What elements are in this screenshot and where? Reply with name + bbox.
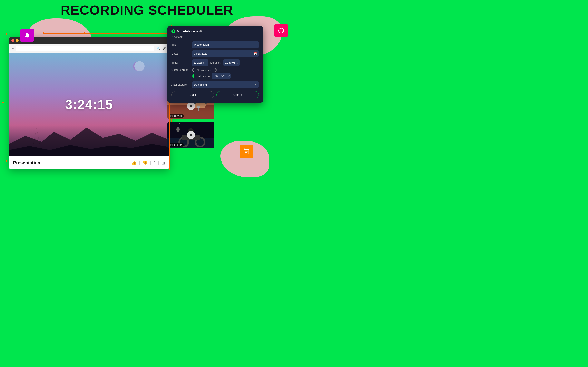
panel-title: Schedule recording [177, 30, 205, 33]
thumbnail-1-duration: 01:24:30 [169, 114, 183, 118]
calendar-picker-icon[interactable]: 📅 [253, 52, 257, 55]
play-button-1[interactable] [187, 102, 195, 110]
full-screen-option[interactable]: Full screen DISPLAY1 DISPLAY2 [192, 73, 231, 79]
orange-corner-tl [6, 33, 7, 35]
svg-point-23 [208, 125, 208, 125]
menu-icon[interactable]: ≡ [12, 47, 14, 50]
search-icon[interactable]: 🔍 [156, 47, 160, 50]
calendar-icon [240, 145, 253, 158]
capture-options: Custom area ? Full screen DISPLAY1 DISPL… [192, 68, 231, 79]
play-button-2[interactable] [187, 131, 195, 139]
svg-rect-1 [246, 151, 247, 151]
time-spinners[interactable]: ▲ ▼ [205, 61, 207, 64]
page-title: RECORDING SCHEDULER [0, 0, 294, 19]
thumbnail-2-duration: 00:03:41 [169, 143, 183, 147]
after-capture-label: After capture [172, 83, 190, 86]
orange-midpoint-left [2, 101, 4, 103]
help-icon[interactable]: ? [214, 68, 217, 72]
date-value: 05/16/2023 [194, 52, 252, 55]
svg-point-20 [180, 123, 180, 124]
orange-corner-bl [6, 160, 7, 162]
date-label: Date: [172, 52, 190, 55]
svg-rect-2 [247, 151, 248, 151]
custom-area-label: Custom area [197, 68, 212, 72]
svg-point-22 [198, 124, 198, 124]
browser-toolbar: ≡ 🔍 🎤 [9, 44, 169, 53]
mic-icon[interactable]: 🎤 [162, 47, 166, 50]
time-down[interactable]: ▼ [205, 63, 207, 64]
svg-rect-17 [197, 106, 200, 108]
duration-value: 01:30:05 [225, 61, 235, 64]
svg-point-32 [176, 127, 180, 132]
orange-corner-br [169, 160, 170, 162]
date-row: Date: 05/16/2023 📅 [172, 50, 259, 57]
title-row: Title: [172, 42, 259, 48]
duration-up[interactable]: ▲ [236, 61, 238, 63]
capture-label: Capture area: [172, 68, 190, 71]
share-button[interactable]: ⤴ [154, 160, 156, 165]
duration-down[interactable]: ▼ [236, 63, 238, 64]
connector-dot-right [84, 32, 85, 34]
toolbar-icons: 🔍 🎤 [156, 47, 166, 50]
connector-line [44, 33, 171, 34]
panel-subtitle: New task [172, 35, 259, 39]
action-divider2 [150, 161, 151, 165]
svg-point-19 [171, 125, 172, 125]
dislike-button[interactable]: 👎 [143, 160, 148, 165]
time-up[interactable]: ▲ [205, 61, 207, 63]
action-divider [139, 161, 140, 165]
display-select[interactable]: DISPLAY1 DISPLAY2 [212, 73, 231, 79]
browser-window: ≡ 🔍 🎤 3:24:15 Presentation [9, 37, 169, 169]
traffic-light-close[interactable] [11, 39, 14, 42]
like-button[interactable]: 👍 [131, 160, 137, 165]
after-capture-dropdown[interactable]: Do nothing ▼ [192, 81, 259, 88]
full-screen-radio[interactable] [192, 75, 195, 78]
panel-buttons: Back Create [172, 91, 259, 99]
svg-rect-3 [245, 152, 246, 153]
video-bottom-bar: Presentation 👍 👎 ⤴ ⊞ [9, 156, 169, 169]
panel-indicator [172, 29, 175, 33]
grid-button[interactable]: ⊞ [162, 160, 165, 165]
duration-input-wrap[interactable]: 01:30:05 ▲ ▼ [223, 59, 240, 66]
custom-area-radio[interactable] [192, 68, 195, 72]
play-triangle-1 [190, 104, 193, 108]
time-input-wrap[interactable]: 12:28:59 ▲ ▼ [192, 59, 208, 66]
moon-decoration [134, 61, 145, 71]
panel-header: Schedule recording [172, 29, 259, 33]
svg-rect-4 [246, 152, 247, 153]
schedule-panel: Schedule recording New task Title: Date:… [167, 26, 263, 103]
create-button[interactable]: Create [216, 91, 259, 99]
svg-line-5 [34, 128, 36, 144]
clock-icon [274, 24, 288, 37]
date-input-wrap[interactable]: 05/16/2023 📅 [192, 50, 259, 57]
video-player[interactable]: 3:24:15 [9, 53, 169, 156]
after-capture-row: After capture Do nothing ▼ [172, 81, 259, 88]
time-label: Time: [172, 61, 190, 64]
capture-area-row: Capture area: Custom area ? Full screen … [172, 68, 259, 79]
back-button[interactable]: Back [172, 91, 214, 99]
video-timestamp: 3:24:15 [65, 97, 113, 112]
mountain-silhouette [9, 124, 169, 156]
time-duration-row: Time: 12:28:59 ▲ ▼ Duration: 01:30:05 ▲ … [172, 59, 259, 66]
traffic-light-minimize[interactable] [16, 39, 18, 42]
title-label: Title: [172, 43, 190, 46]
duration-label: Duration: [210, 61, 221, 64]
svg-point-21 [188, 125, 188, 126]
svg-rect-0 [245, 151, 246, 151]
title-input[interactable] [192, 42, 259, 48]
bell-icon [20, 29, 34, 42]
thumbnail-2[interactable]: 00:03:41 [167, 122, 214, 148]
address-bar[interactable] [16, 46, 154, 51]
dropdown-arrow-icon: ▼ [254, 83, 257, 86]
action-divider3 [158, 161, 159, 165]
connector-dot-left [43, 33, 44, 34]
tower-silhouette [34, 128, 40, 144]
full-screen-label: Full screen [197, 75, 210, 78]
svg-line-6 [36, 128, 40, 144]
duration-spinners[interactable]: ▲ ▼ [236, 61, 238, 64]
video-title: Presentation [13, 160, 131, 166]
custom-area-option[interactable]: Custom area ? [192, 68, 231, 72]
svg-rect-13 [194, 108, 206, 119]
time-value: 12:28:59 [194, 61, 204, 64]
play-triangle-2 [190, 133, 193, 137]
